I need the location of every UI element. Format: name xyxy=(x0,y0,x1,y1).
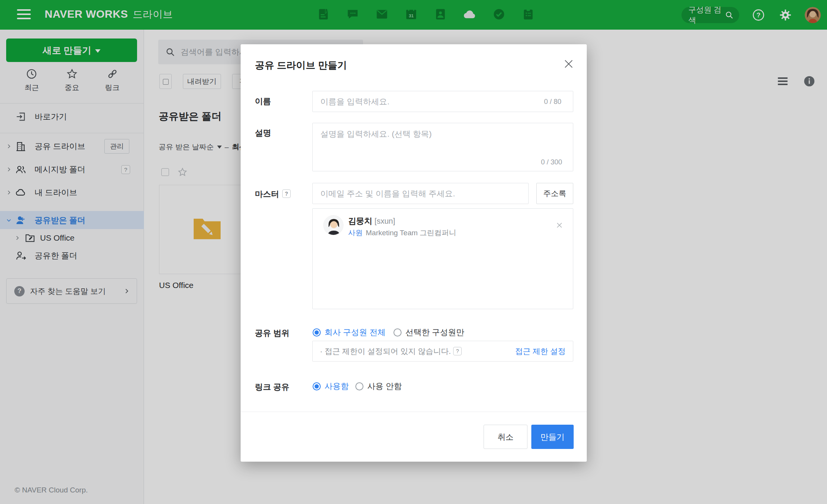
member-avatar xyxy=(323,215,343,235)
scope-all-radio[interactable]: 회사 구성원 전체 xyxy=(313,327,386,338)
scope-selected-label: 선택한 구성원만 xyxy=(405,327,464,338)
restriction-help-badge[interactable]: ? xyxy=(453,347,462,355)
member-position: 사원 xyxy=(348,229,363,237)
member-id: [sxun] xyxy=(375,217,395,225)
member-detail: 사원Marketing Team 그린컴퍼니 xyxy=(348,228,456,238)
restriction-settings-link[interactable]: 접근 제한 설정 xyxy=(515,346,566,357)
radio-unselected-icon xyxy=(393,328,402,337)
master-member-list: 김뭉치 [sxun] 사원Marketing Team 그린컴퍼니 xyxy=(312,208,573,309)
name-input[interactable] xyxy=(312,91,573,112)
description-textarea[interactable] xyxy=(312,123,573,171)
cancel-button[interactable]: 취소 xyxy=(484,425,527,449)
link-off-radio[interactable]: 사용 안함 xyxy=(355,381,402,392)
access-restriction-box: · 접근 제한이 설정되어 있지 않습니다. ? 접근 제한 설정 xyxy=(312,341,573,362)
create-shared-drive-modal: 공유 드라이브 만들기 이름 0 / 80 설명 0 / 300 마스터? 주소… xyxy=(241,44,587,462)
remove-member-icon[interactable] xyxy=(554,220,564,230)
member-team: Marketing Team 그린컴퍼니 xyxy=(366,229,456,237)
member-row: 김뭉치 [sxun] 사원Marketing Team 그린컴퍼니 xyxy=(313,209,573,243)
name-counter: 0 / 80 xyxy=(544,98,561,106)
app-window: NAVER WORKS드라이브 31 xyxy=(0,0,827,504)
master-help-badge[interactable]: ? xyxy=(282,189,291,198)
radio-selected-icon xyxy=(313,328,321,337)
master-label: 마스터? xyxy=(255,189,291,199)
master-input[interactable] xyxy=(312,183,529,204)
restriction-notice: · 접근 제한이 설정되어 있지 않습니다. xyxy=(320,346,451,357)
link-on-radio[interactable]: 사용함 xyxy=(313,381,349,392)
scope-selected-radio[interactable]: 선택한 구성원만 xyxy=(393,327,464,338)
scope-all-label: 회사 구성원 전체 xyxy=(325,327,386,338)
create-button[interactable]: 만들기 xyxy=(531,425,574,449)
address-book-button[interactable]: 주소록 xyxy=(536,183,573,204)
description-counter: 0 / 300 xyxy=(541,158,562,166)
radio-selected-icon xyxy=(313,382,321,390)
name-label: 이름 xyxy=(255,96,271,107)
close-icon[interactable] xyxy=(562,57,575,70)
modal-title: 공유 드라이브 만들기 xyxy=(255,59,347,72)
share-scope-label: 공유 범위 xyxy=(255,328,290,338)
description-label: 설명 xyxy=(255,127,271,138)
link-off-label: 사용 안함 xyxy=(367,381,402,392)
footer-divider xyxy=(241,412,587,412)
link-on-label: 사용함 xyxy=(325,381,349,392)
link-share-label: 링크 공유 xyxy=(255,382,290,392)
member-name: 김뭉치 [sxun] xyxy=(348,216,395,226)
radio-unselected-icon xyxy=(355,382,363,390)
